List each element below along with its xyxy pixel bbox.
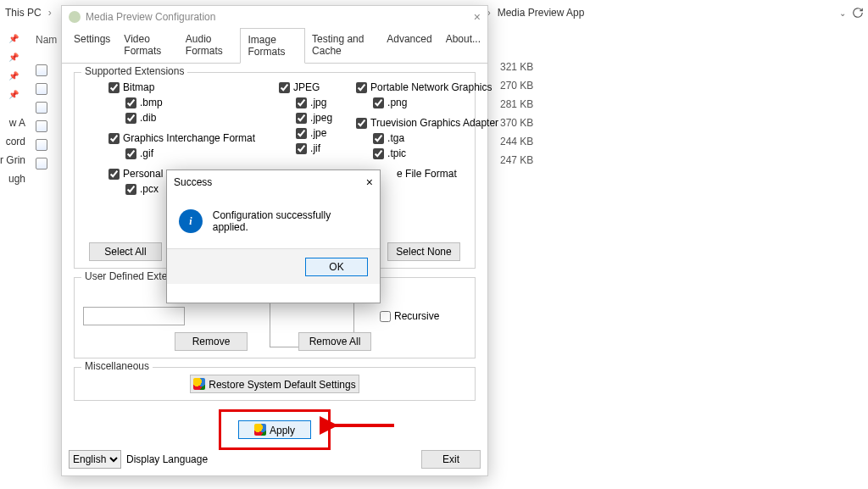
checkbox-tga-format[interactable]: Truevision Graphics Adapter	[356, 115, 498, 131]
dialog-title: Media Preview Configuration	[86, 11, 215, 23]
checkbox-bmp[interactable]: .bmp	[125, 95, 255, 110]
pin-icon: 📌	[0, 90, 25, 108]
file-icon	[36, 64, 47, 76]
file-row[interactable]	[36, 117, 47, 136]
dropdown-icon[interactable]: ⌄	[839, 8, 846, 18]
file-size: 270 KB	[500, 80, 533, 98]
file-size: 244 KB	[500, 136, 533, 154]
file-icon	[36, 120, 47, 132]
file-size: 281 KB	[500, 98, 533, 117]
pin-icon: 📌	[0, 34, 25, 53]
quick-access-gutter: 📌 📌 📌 📌 w A cord r Grin ugh	[0, 34, 25, 192]
dialog-titlebar[interactable]: Media Preview Configuration ×	[62, 6, 487, 28]
checkbox-recursive[interactable]: Recursive	[380, 308, 439, 324]
file-icon	[36, 158, 47, 169]
language-label: Display Language	[126, 453, 208, 465]
select-none-button[interactable]: Select None	[387, 242, 460, 261]
file-row[interactable]	[36, 61, 47, 80]
remove-all-button[interactable]: Remove All	[298, 332, 371, 351]
checkbox-tpic[interactable]: .tpic	[373, 146, 498, 161]
file-row[interactable]	[36, 98, 47, 117]
checkbox-jpe[interactable]: .jpe	[296, 125, 332, 141]
modal-message: Configuration successfully applied.	[213, 209, 368, 233]
select-all-button[interactable]: Select All	[89, 242, 162, 261]
sidebar-item[interactable]: w A	[0, 117, 25, 136]
chevron-right-icon: ›	[45, 7, 55, 19]
file-size: 247 KB	[500, 154, 533, 173]
modal-titlebar[interactable]: Success ×	[167, 170, 380, 194]
file-row[interactable]	[36, 136, 47, 154]
close-icon[interactable]: ×	[474, 10, 481, 24]
checkbox-jpeg-format[interactable]: JPEG	[279, 80, 332, 95]
tab-about[interactable]: About...	[439, 28, 487, 63]
misc-group: Miscellaneous Restore System Default Set…	[74, 367, 476, 401]
checkbox-gif-format[interactable]: Graphics Interchange Format	[108, 131, 255, 146]
exit-button[interactable]: Exit	[421, 450, 481, 469]
group-legend: Supported Extensions	[81, 65, 187, 77]
group-legend: User Defined Exten	[81, 270, 176, 282]
restore-defaults-button[interactable]: Restore System Default Settings	[190, 375, 359, 393]
refresh-icon[interactable]	[848, 3, 868, 23]
checkbox-jif[interactable]: .jif	[296, 141, 332, 156]
language-select[interactable]: English	[69, 450, 121, 469]
tab-testing-cache[interactable]: Testing and Cache	[305, 28, 380, 63]
file-row[interactable]	[36, 154, 47, 173]
file-icon	[36, 83, 47, 95]
sidebar-item[interactable]: r Grin	[0, 154, 25, 173]
tab-image-formats[interactable]: Image Formats	[240, 28, 305, 64]
file-row[interactable]	[36, 80, 47, 98]
checkbox-jpeg[interactable]: .jpeg	[296, 110, 332, 125]
pin-icon: 📌	[0, 71, 25, 90]
file-size: 370 KB	[500, 117, 533, 136]
file-icon	[36, 102, 47, 114]
shield-icon	[254, 424, 266, 436]
checkbox-dib[interactable]: .dib	[125, 110, 255, 125]
file-list	[36, 61, 47, 173]
tab-audio-formats[interactable]: Audio Formats	[179, 28, 241, 63]
breadcrumb-folder[interactable]: Media Preview App	[496, 3, 587, 22]
sidebar-item[interactable]: ugh	[0, 173, 25, 192]
tab-strip: Settings Video Formats Audio Formats Ima…	[62, 28, 487, 64]
annotation-highlight: Apply	[219, 409, 331, 450]
success-modal: Success × i Configuration successfully a…	[166, 169, 381, 303]
checkbox-tga[interactable]: .tga	[373, 131, 498, 146]
tab-advanced[interactable]: Advanced	[380, 28, 438, 63]
file-size-column: 321 KB 270 KB 281 KB 370 KB 244 KB 247 K…	[500, 61, 533, 173]
breadcrumb-this-pc[interactable]: This PC	[3, 3, 43, 22]
checkbox-bitmap[interactable]: Bitmap	[108, 80, 255, 95]
tab-settings[interactable]: Settings	[67, 28, 117, 63]
checkbox-gif[interactable]: .gif	[125, 146, 255, 161]
checkbox-png-format[interactable]: Portable Network Graphics	[356, 80, 498, 95]
remove-button[interactable]: Remove	[175, 332, 248, 351]
pin-icon: 📌	[0, 53, 25, 71]
ok-button[interactable]: OK	[305, 258, 368, 276]
checkbox-jpg[interactable]: .jpg	[296, 95, 332, 110]
file-icon	[36, 139, 47, 151]
info-icon: i	[179, 209, 203, 233]
annotation-arrow-icon	[320, 413, 396, 441]
tab-video-formats[interactable]: Video Formats	[117, 28, 178, 63]
file-size: 321 KB	[500, 61, 533, 80]
extension-input[interactable]	[83, 307, 185, 325]
checkbox-png[interactable]: .png	[373, 95, 498, 110]
close-icon[interactable]: ×	[366, 175, 373, 189]
group-legend: Miscellaneous	[81, 360, 153, 372]
apply-button[interactable]: Apply	[238, 420, 311, 439]
column-name[interactable]: Nam	[36, 34, 57, 46]
sidebar-item[interactable]: cord	[0, 136, 25, 154]
modal-title: Success	[174, 176, 212, 188]
shield-icon	[193, 378, 205, 390]
app-icon	[69, 11, 81, 23]
